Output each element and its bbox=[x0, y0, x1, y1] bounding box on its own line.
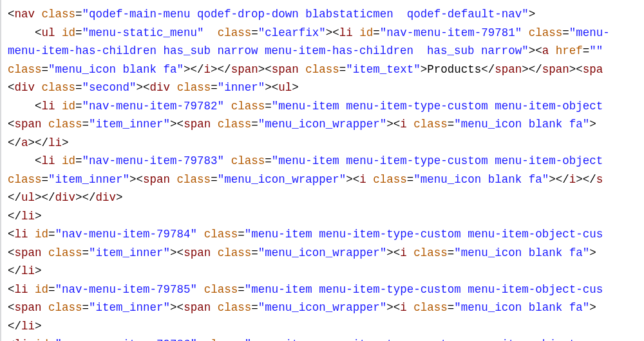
code-token: class bbox=[373, 173, 407, 186]
code-token: "item_inner" bbox=[89, 301, 170, 314]
code-token: < bbox=[8, 246, 15, 259]
code-token: "item_inner" bbox=[48, 173, 129, 186]
code-token: "menu_icon_wrapper" bbox=[258, 118, 387, 131]
code-token: i bbox=[400, 118, 407, 131]
code-token: >< bbox=[386, 118, 400, 131]
code-token: = bbox=[339, 63, 346, 76]
code-token: ></ bbox=[35, 191, 55, 204]
code-token: "menu-item menu-item-type-custom menu-it… bbox=[245, 228, 603, 241]
code-token bbox=[197, 283, 204, 296]
code-token: li bbox=[21, 320, 35, 333]
code-token: "menu-item menu-item-type-custom menu-it… bbox=[245, 283, 603, 296]
code-token: class bbox=[42, 81, 76, 94]
code-token: < bbox=[8, 8, 15, 21]
code-token: = bbox=[448, 246, 455, 259]
code-token bbox=[407, 118, 414, 131]
code-token: = bbox=[48, 283, 55, 296]
code-token: div bbox=[55, 191, 76, 204]
code-token: i bbox=[204, 63, 211, 76]
code-token bbox=[42, 246, 49, 259]
code-token bbox=[211, 246, 218, 259]
code-token: "item_text" bbox=[346, 63, 421, 76]
code-token: = bbox=[265, 154, 272, 167]
code-token bbox=[224, 154, 231, 167]
code-token: </ bbox=[8, 136, 21, 149]
code-token: >< bbox=[170, 246, 184, 259]
code-token: class bbox=[42, 8, 76, 21]
code-token: >< bbox=[386, 301, 400, 314]
code-token: = bbox=[448, 118, 455, 131]
code-token: = bbox=[42, 173, 49, 186]
code-token: > bbox=[62, 136, 69, 149]
code-token bbox=[204, 26, 218, 39]
code-token bbox=[224, 100, 231, 113]
code-token: "nav-menu-item-79786" bbox=[55, 338, 198, 341]
code-token: href bbox=[556, 44, 583, 57]
code-token: = bbox=[75, 154, 82, 167]
code-token bbox=[55, 100, 62, 113]
code-token: id bbox=[359, 26, 373, 39]
code-token: id bbox=[35, 338, 48, 341]
code-token: = bbox=[75, 100, 82, 113]
code-token: class bbox=[8, 63, 42, 76]
code-token: "nav-menu-item-79782" bbox=[82, 100, 225, 113]
code-token: ></ bbox=[184, 63, 204, 76]
code-token: < bbox=[8, 338, 15, 341]
code-token: = bbox=[238, 338, 245, 341]
code-token: div bbox=[150, 81, 171, 94]
code-token: class bbox=[48, 301, 82, 314]
code-token: li bbox=[48, 136, 62, 149]
code-token: span bbox=[184, 301, 211, 314]
code-token: class bbox=[204, 228, 238, 241]
code-token: s bbox=[596, 173, 603, 186]
code-token: >< bbox=[346, 173, 359, 186]
code-token: > bbox=[292, 81, 299, 94]
code-token: id bbox=[62, 154, 75, 167]
code-token: = bbox=[238, 228, 245, 241]
code-token: > bbox=[35, 210, 42, 223]
code-token: > bbox=[35, 264, 42, 277]
code-token: > bbox=[589, 246, 596, 259]
code-token: ></ bbox=[75, 191, 96, 204]
code-token bbox=[35, 8, 42, 21]
code-token bbox=[353, 26, 360, 39]
code-token: span bbox=[184, 246, 211, 259]
code-token: = bbox=[562, 26, 569, 39]
code-token: "qodef-main-menu qodef-drop-down blabsta… bbox=[82, 8, 529, 21]
source-code-view[interactable]: <nav class="qodef-main-menu qodef-drop-d… bbox=[0, 0, 644, 341]
code-token: "clearfix" bbox=[258, 26, 326, 39]
code-token: >< bbox=[265, 81, 278, 94]
code-token: < bbox=[8, 283, 15, 296]
code-token bbox=[549, 44, 556, 57]
code-token: "menu_icon blank fa" bbox=[48, 63, 184, 76]
code-token bbox=[170, 173, 177, 186]
code-token: "item_inner" bbox=[89, 118, 170, 131]
code-token bbox=[211, 118, 218, 131]
code-token: = bbox=[75, 81, 82, 94]
code-token: a bbox=[542, 44, 549, 57]
code-token: nav bbox=[15, 8, 35, 21]
code-token: = bbox=[407, 173, 414, 186]
code-token: class bbox=[218, 26, 252, 39]
code-token: class bbox=[529, 26, 563, 39]
code-token: li bbox=[15, 338, 28, 341]
code-token: = bbox=[42, 63, 49, 76]
code-token: "item_inner" bbox=[89, 246, 170, 259]
code-token: ></ bbox=[211, 63, 231, 76]
code-token bbox=[55, 154, 62, 167]
code-token bbox=[42, 301, 49, 314]
code-token: class bbox=[48, 118, 82, 131]
code-token: = bbox=[82, 301, 90, 314]
code-token: span bbox=[231, 63, 258, 76]
code-token: "menu-static_menu" bbox=[82, 26, 204, 39]
code-token: < bbox=[8, 26, 42, 39]
code-token bbox=[55, 26, 62, 39]
code-token bbox=[42, 118, 49, 131]
code-token: = bbox=[75, 8, 82, 21]
code-token bbox=[366, 173, 374, 186]
code-token: i bbox=[400, 301, 407, 314]
code-token: li bbox=[15, 283, 28, 296]
code-token: > bbox=[116, 191, 123, 204]
code-token: >< bbox=[569, 63, 583, 76]
code-token: "menu_icon blank fa" bbox=[454, 246, 589, 259]
